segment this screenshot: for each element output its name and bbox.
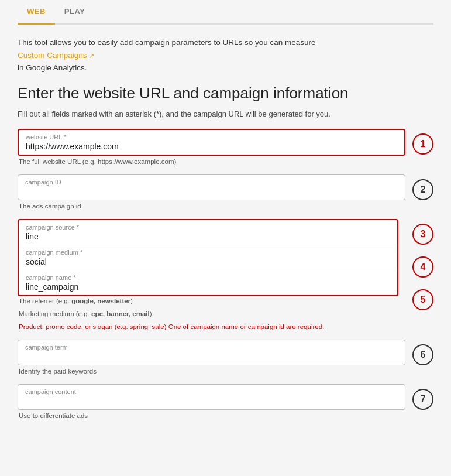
step-3: 3 xyxy=(412,224,433,245)
tab-bar: WEB PLAY xyxy=(18,0,433,25)
campaign-medium-field: campaign medium * xyxy=(19,245,397,270)
tab-web[interactable]: WEB xyxy=(18,0,55,25)
campaign-medium-hint: Marketing medium (e.g. cpc, banner, emai… xyxy=(18,310,398,317)
website-url-input[interactable] xyxy=(26,142,397,151)
campaign-group-box: campaign source * campaign medium * camp… xyxy=(18,219,398,296)
campaign-content-input[interactable] xyxy=(25,396,398,406)
campaign-name-field: campaign name * xyxy=(19,270,397,295)
campaign-source-input[interactable] xyxy=(26,232,390,241)
campaign-term-input[interactable] xyxy=(25,352,398,361)
campaign-name-label: campaign name * xyxy=(26,274,390,281)
website-url-hint: The full website URL (e.g. https://www.e… xyxy=(18,158,405,165)
intro-text: This tool allows you to easily add campa… xyxy=(18,36,433,74)
campaign-content-group: campaign content Use to differentiate ad… xyxy=(18,384,433,425)
step-6: 6 xyxy=(412,344,433,365)
campaign-id-label: campaign ID xyxy=(25,179,398,186)
campaign-name-input[interactable] xyxy=(26,282,390,292)
campaign-content-label: campaign content xyxy=(25,388,398,395)
campaign-term-hint: Identify the paid keywords xyxy=(18,368,405,375)
step-1: 1 xyxy=(412,133,433,155)
campaign-content-hint: Use to differentiate ads xyxy=(18,412,405,419)
step-7: 7 xyxy=(412,389,433,410)
step-4: 4 xyxy=(412,256,433,278)
campaign-id-hint: The ads campaign id. xyxy=(18,203,405,210)
website-url-field-container: website URL * xyxy=(18,129,405,156)
campaign-medium-label: campaign medium * xyxy=(26,249,390,256)
campaign-group: campaign source * campaign medium * camp… xyxy=(18,219,433,336)
campaign-source-label: campaign source * xyxy=(26,224,390,231)
campaign-id-field-container: campaign ID xyxy=(18,174,405,200)
campaign-medium-input[interactable] xyxy=(26,257,390,266)
campaign-id-input[interactable] xyxy=(25,187,398,196)
campaign-name-hint: Product, promo code, or slogan (e.g. spr… xyxy=(18,323,398,330)
campaign-term-label: campaign term xyxy=(25,344,398,351)
tab-play[interactable]: PLAY xyxy=(55,0,94,23)
website-url-group: website URL * The full website URL (e.g.… xyxy=(18,129,433,171)
step-5: 5 xyxy=(412,289,433,310)
campaign-term-field-container: campaign term xyxy=(18,340,405,365)
campaign-term-group: campaign term Identify the paid keywords… xyxy=(18,340,433,381)
subtitle: Fill out all fields marked with an aster… xyxy=(18,109,433,118)
campaign-id-group: campaign ID The ads campaign id. 2 xyxy=(18,174,433,215)
step-2: 2 xyxy=(412,179,433,200)
website-url-label: website URL * xyxy=(26,133,397,141)
page-title: Enter the website URL and campaign infor… xyxy=(18,84,433,104)
campaign-source-hint: The referrer (e.g. google, newsletter) xyxy=(18,297,398,304)
campaign-content-field-container: campaign content xyxy=(18,384,405,410)
custom-campaigns-link[interactable]: Custom Campaigns xyxy=(18,51,94,60)
campaign-source-field: campaign source * xyxy=(19,220,397,245)
